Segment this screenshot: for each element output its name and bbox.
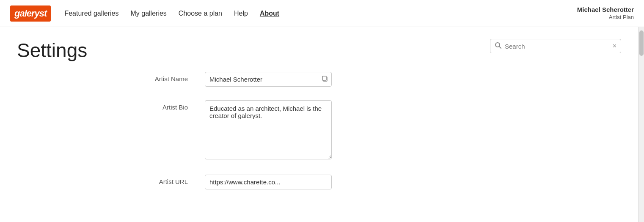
label-artist-bio: Artist Bio — [129, 100, 188, 111]
user-name: Michael Scherotter — [577, 6, 634, 13]
nav-my-galleries[interactable]: My galleries — [130, 10, 166, 17]
svg-rect-3 — [322, 76, 326, 80]
page-wrap: Settings × Artist Name — [0, 27, 644, 222]
nav-about[interactable]: About — [260, 10, 279, 17]
header-row: Settings × — [17, 27, 621, 69]
navbar: galeryst Featured galleries My galleries… — [0, 0, 644, 27]
search-icon — [495, 42, 501, 50]
logo-text: galeryst — [10, 5, 51, 22]
search-box: × — [490, 39, 621, 53]
main-content: Settings × Artist Name — [0, 27, 638, 206]
nav-featured-galleries[interactable]: Featured galleries — [64, 10, 118, 17]
artist-url-input[interactable] — [205, 175, 332, 189]
scroll-area[interactable]: Settings × Artist Name — [0, 27, 638, 222]
nav-choose-plan[interactable]: Choose a plan — [179, 10, 222, 17]
artist-name-input[interactable] — [205, 72, 332, 87]
artist-name-wrap — [205, 72, 332, 87]
form-row-artist-url: Artist URL — [129, 175, 509, 189]
form-row-artist-name: Artist Name — [129, 72, 509, 87]
logo[interactable]: galeryst — [10, 5, 51, 22]
user-info: Michael Scherotter Artist Plan — [577, 6, 634, 21]
settings-form: Artist Name Artist Bio — [129, 72, 509, 206]
nav-help[interactable]: Help — [234, 10, 248, 17]
nav-links: Featured galleries My galleries Choose a… — [64, 10, 577, 17]
artist-bio-wrap: Educated as an architect, Michael is the… — [205, 100, 332, 161]
form-row-artist-bio: Artist Bio Educated as an architect, Mic… — [129, 100, 509, 161]
svg-line-1 — [499, 47, 501, 48]
user-plan: Artist Plan — [609, 14, 634, 20]
scrollbar-track[interactable] — [638, 27, 644, 222]
page-title: Settings — [17, 39, 87, 62]
label-artist-name: Artist Name — [129, 72, 188, 82]
scrollbar-thumb[interactable] — [639, 30, 644, 56]
search-clear-icon[interactable]: × — [613, 42, 616, 50]
search-input[interactable] — [505, 43, 611, 50]
copy-icon — [322, 75, 328, 84]
artist-bio-input[interactable]: Educated as an architect, Michael is the… — [205, 100, 332, 159]
artist-url-wrap — [205, 175, 332, 189]
label-artist-url: Artist URL — [129, 175, 188, 185]
